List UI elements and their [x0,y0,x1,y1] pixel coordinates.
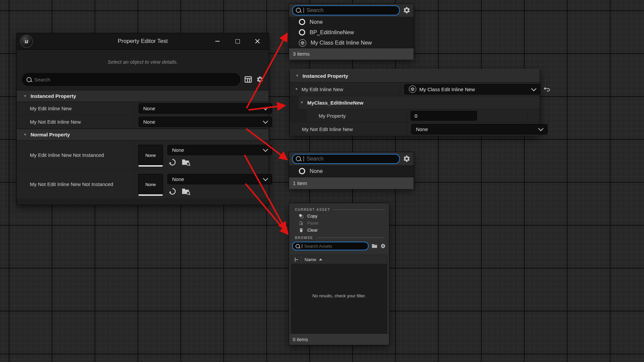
select-object-hint: Select an object to view details. [17,59,269,65]
row-my-edit-inline-new: My Edit Inline New My Class Edit Inline … [290,82,540,96]
class-dropdown[interactable]: My Class Edit Inline New [404,84,540,95]
asset-dropdown[interactable]: None [167,174,272,184]
empty-results-message: No results, check your filter. [312,293,366,298]
class-dropdown[interactable]: None [139,117,272,127]
class-picker-popup-large: Search None BP_EditInlineNew My Class Ed… [289,3,414,60]
trash-icon [299,228,304,233]
row-my-edit-inline-new-not-instanced: My Edit Inline New Not Instanced None No… [17,140,269,170]
use-selected-asset-icon[interactable] [168,187,176,195]
dropdown-value: None [143,119,155,125]
class-option-none[interactable]: None [289,165,414,177]
class-cube-icon [409,85,416,93]
chevron-down-icon [263,176,268,181]
asset-thumbnail[interactable]: None [138,174,163,196]
category-normal-property[interactable]: Normal Property [17,129,269,140]
property-name: My Property [319,113,346,119]
text-cursor [304,156,304,162]
class-search-input[interactable]: Search [292,5,400,15]
text-cursor [302,244,302,248]
search-icon [296,244,300,248]
item-count: 1 item [289,177,414,189]
asset-search-input[interactable]: Search Assets [292,242,369,250]
row-my-not-edit-inline-new: My Not Edit Inline New None [290,122,540,136]
assets-column-header[interactable]: Name [291,255,387,264]
ring-icon [299,19,305,25]
copy-icon [299,214,304,219]
asset-dropdown[interactable]: None [167,145,272,155]
section-current-asset: CURRENT ASSET [295,208,330,212]
minimize-button[interactable] [214,38,220,44]
menu-item-paste[interactable]: Paste [289,220,389,227]
subobject-header-myclass-editinlinenew[interactable]: MyClass_EditInlineNew [299,96,540,109]
details-search-input[interactable]: Search [22,73,240,86]
dropdown-value: None [172,147,184,153]
reset-to-default-button[interactable] [541,82,553,96]
class-option-my-class-edit-inline-new[interactable]: My Class Edit Inline New [289,38,414,48]
row-my-not-edit-inline-new-not-instanced: My Not Edit Inline New Not Instanced Non… [17,170,269,198]
property-name: My Edit Inline New [302,86,343,92]
chevron-down-icon [263,105,268,111]
search-icon [296,8,301,13]
my-property-number-input[interactable]: 0 [411,111,477,121]
settings-gear-icon[interactable] [256,76,264,83]
settings-gear-icon[interactable] [380,243,386,249]
maximize-button[interactable] [234,38,240,44]
folder-icon[interactable] [372,244,377,248]
class-search-input[interactable]: Search [292,154,400,164]
text-cursor [304,8,304,13]
property-name: My Not Edit Inline New [17,115,135,128]
unreal-editor-desktop: { "colors":{"focus_blue":"#2a7fd4","arro… [0,0,644,362]
chevron-down-icon [263,119,268,124]
property-editor-test-window: u Property Editor Test Select an object … [16,33,269,205]
expander-icon[interactable] [295,87,298,91]
paste-icon [299,221,304,226]
row-my-edit-inline-new: My Edit Inline New None [17,102,269,115]
class-cube-icon [299,39,306,47]
dropdown-value: My Class Edit Inline New [419,86,475,92]
chevron-down-icon [263,147,268,152]
expander-icon [23,95,27,98]
class-option-none[interactable]: None [289,17,414,27]
settings-gear-icon[interactable] [403,155,411,163]
expander-icon [300,101,304,104]
row-my-not-edit-inline-new: My Not Edit Inline New None [17,115,269,129]
view-options-grid-icon[interactable] [245,76,252,83]
ring-icon [299,168,305,174]
asset-thumbnail[interactable]: None [138,145,163,167]
menu-item-clear[interactable]: Clear [289,227,389,234]
browse-to-asset-icon[interactable] [181,187,191,195]
dropdown-value: None [172,176,184,182]
title-bar[interactable]: u Property Editor Test [17,33,269,50]
dropdown-value: None [416,126,428,132]
instanced-property-panel: Instanced Property My Edit Inline New My… [289,69,540,135]
class-option-bp-editinlinenew[interactable]: BP_EditInlineNew [289,27,414,38]
menu-item-copy[interactable]: Copy [289,213,389,220]
sort-ascending-icon [319,258,322,260]
chevron-down-icon [531,86,537,91]
search-placeholder: Search [34,77,50,82]
category-instanced-property[interactable]: Instanced Property [290,69,540,82]
settings-gear-icon[interactable] [403,6,411,14]
property-name: My Edit Inline New Not Instanced [17,140,135,169]
class-dropdown[interactable]: None [139,103,272,114]
use-selected-asset-icon[interactable] [168,158,176,166]
search-icon [26,77,32,82]
chevron-down-icon [538,126,544,131]
property-name: My Not Edit Inline New Not Instanced [17,170,135,198]
item-count: 3 items [289,48,414,60]
assets-list: No results, check your filter. [291,264,387,333]
category-instanced-property[interactable]: Instanced Property [17,90,269,102]
asset-picker-menu: CURRENT ASSET Copy Paste Clear BROWSE Se… [289,203,389,345]
property-name: My Edit Inline New [17,102,135,115]
property-name: My Not Edit Inline New [302,126,353,132]
expander-icon [296,74,299,77]
column-name-label[interactable]: Name [302,257,316,262]
browse-to-asset-icon[interactable] [181,158,191,166]
class-dropdown[interactable]: None [411,124,547,134]
section-browse: BROWSE [295,236,313,240]
ring-icon [299,29,305,36]
view-type-icon[interactable] [291,255,302,264]
section-divider [316,238,385,238]
section-divider [333,209,385,210]
close-button[interactable] [255,38,261,44]
